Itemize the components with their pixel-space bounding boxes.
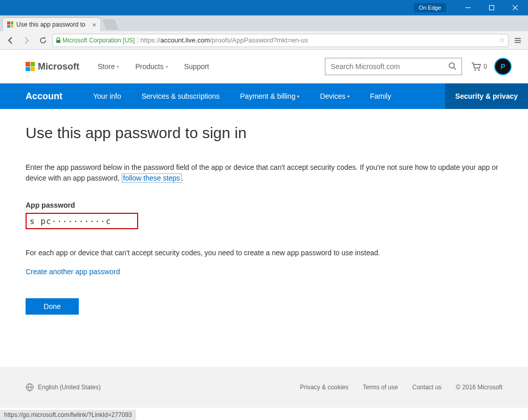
nav-family[interactable]: Family [360,83,401,109]
url-text: https://account.live.com/proofs/AppPassw… [140,36,308,44]
nav-support[interactable]: Support [184,62,209,71]
reload-icon [39,36,47,45]
account-section-label[interactable]: Account [26,83,62,109]
main-content: Use this app password to sign in Enter t… [0,109,528,330]
nav-security-privacy[interactable]: Security & privacy [445,83,528,109]
browser-menu-button[interactable] [511,33,525,48]
follow-steps-link[interactable]: follow these steps [122,173,182,183]
footer-privacy-link[interactable]: Privacy & cookies [300,384,348,391]
lock-icon: Microsoft Corporation [US] [56,37,140,44]
nav-products[interactable]: Products▾ [135,62,167,71]
window-close-button[interactable] [503,0,527,15]
address-bar[interactable]: Microsoft Corporation [US] https://accou… [52,34,509,47]
chevron-down-icon: ▾ [117,64,119,69]
svg-line-9 [454,68,456,70]
create-another-password-link[interactable]: Create another app password [26,268,120,276]
nav-devices[interactable]: Devices ▾ [310,83,360,109]
cart-count: 0 [483,63,487,70]
svg-point-10 [475,70,476,71]
maximize-icon [489,5,494,10]
microsoft-logo[interactable]: Microsoft [26,61,79,72]
forward-button[interactable] [19,33,34,48]
app-password-label: App password [26,200,502,211]
footer-terms-link[interactable]: Terms of use [363,384,398,391]
reload-button[interactable] [36,33,50,48]
app-password-value[interactable]: s pc··········c [26,213,138,229]
intro-paragraph: Enter the app password below in the pass… [26,162,502,184]
nav-services-subscriptions[interactable]: Services & subscriptions [131,83,230,109]
language-label: English (United States) [38,384,101,391]
language-selector[interactable]: English (United States) [26,383,101,391]
chevron-down-icon: ▾ [297,94,299,99]
ssl-company: Microsoft Corporation [US] [62,37,138,44]
user-avatar[interactable]: P [494,58,512,75]
body-paragraph-2: For each app or device that can't accept… [26,248,502,258]
svg-point-11 [478,70,480,71]
page-title: Use this app password to sign in [26,124,502,142]
nav-store[interactable]: Store▾ [98,62,119,71]
hamburger-icon [514,37,521,44]
back-arrow-icon [6,36,14,45]
page-footer: English (United States) Privacy & cookie… [0,367,528,408]
svg-rect-4 [56,40,60,43]
window-maximize-button[interactable] [480,0,503,15]
search-input[interactable] [331,62,448,71]
ms-favicon-icon [7,21,13,28]
page-viewport: Microsoft Store▾ Products▾ Support 0 P A… [0,50,528,420]
new-tab-button[interactable] [102,19,118,30]
nav-payment-billing[interactable]: Payment & billing ▾ [230,83,310,109]
browser-tab[interactable]: Use this app password to × [3,18,100,31]
minimize-icon [466,5,471,10]
svg-point-8 [449,63,454,68]
chevron-down-icon: ▾ [347,94,349,99]
done-button[interactable]: Done [26,298,79,315]
chevron-down-icon: ▾ [166,64,168,69]
globe-icon [26,383,34,391]
bookmark-star-icon[interactable]: ☆ [499,36,505,44]
back-button[interactable] [3,33,17,48]
nav-your-info[interactable]: Your info [83,83,131,109]
tab-title: Use this app password to [16,21,89,28]
browser-frame: Use this app password to × Microsoft Cor… [0,15,528,420]
microsoft-logo-text: Microsoft [38,61,79,72]
window-minimize-button[interactable] [456,0,480,15]
account-nav-bar: Account Your info Services & subscriptio… [0,83,528,109]
on-edge-badge: On Edge [414,3,446,12]
site-search[interactable] [325,58,462,75]
cart-button[interactable]: 0 [471,62,487,71]
tab-close-button[interactable]: × [92,21,96,29]
cart-icon [471,62,481,71]
svg-rect-1 [490,6,494,10]
footer-copyright: © 2016 Microsoft [456,384,502,391]
microsoft-logo-icon [26,62,35,71]
close-icon [513,5,518,10]
ms-global-header: Microsoft Store▾ Products▾ Support 0 P [0,50,528,83]
footer-contact-link[interactable]: Contact us [412,384,442,391]
forward-arrow-icon [23,36,31,45]
search-icon[interactable] [448,62,456,72]
tab-strip: Use this app password to × [0,16,528,31]
browser-toolbar: Microsoft Corporation [US] https://accou… [0,31,528,50]
window-titlebar: On Edge [0,0,528,15]
browser-status-bar: https://go.microsoft.com/fwlink/?LinkId=… [0,410,136,420]
